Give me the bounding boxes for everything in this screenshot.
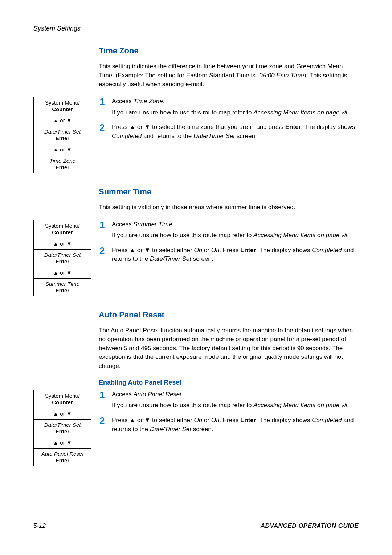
step-number: 2 (99, 123, 107, 141)
step-text: Press ▲ or ▼ to select either (112, 417, 194, 424)
menu-cell: Time ZoneEnter (34, 155, 91, 173)
autopanel-row: System Menu/Counter ▲ or ▼ Date/Timer Se… (33, 390, 359, 470)
screen-name: Date/Timer Set (193, 133, 235, 139)
step-text: . The display shows (256, 247, 312, 254)
step-text: If you are unsure how to use this route … (112, 232, 253, 239)
timezone-intro-example: -05:00 Estn Time (257, 72, 304, 79)
section-title-autopanel: Auto Panel Reset (99, 310, 359, 320)
ref-link: Accessing Menu Items on page vii (253, 232, 347, 239)
step-text: screen. (191, 426, 213, 433)
step-target: Summer Time (134, 221, 172, 228)
step-text: . (172, 221, 174, 228)
menu-arrows: ▲ or ▼ (34, 238, 91, 249)
menu-line: Time Zone (35, 158, 90, 164)
timezone-row: System Menu/Counter ▲ or ▼ Date/Timer Se… (33, 97, 359, 177)
header-divider (33, 35, 359, 35)
step-number: 1 (99, 220, 107, 240)
autopanel-step-2: 2 Press ▲ or ▼ to select either On or Of… (99, 416, 359, 434)
menu-line-bold: Counter (52, 106, 73, 112)
menu-cell: Date/Timer SetEnter (34, 419, 91, 437)
menu-arrows: ▲ or ▼ (34, 115, 91, 126)
menu-cell: Date/Timer SetEnter (34, 126, 91, 144)
step-text: Access (112, 98, 134, 105)
menu-line-bold: Counter (52, 229, 73, 235)
menu-line-bold: Enter (56, 258, 69, 264)
step-text: and returns to the (142, 133, 193, 139)
menu-cell: System Menu/Counter (34, 97, 91, 115)
menu-cell: Summer TimeEnter (34, 278, 91, 296)
guide-name: ADVANCED OPERATION GUIDE (261, 522, 359, 530)
step-text: . (347, 232, 349, 239)
step-text: or (202, 417, 211, 424)
menu-cell: System Menu/Counter (34, 390, 91, 408)
step-body: Access Time Zone. If you are unsure how … (112, 97, 349, 117)
step-number: 1 (99, 97, 107, 117)
display-text: Completed (112, 133, 142, 139)
menu-line-bold: Enter (56, 135, 69, 141)
option-off: Off (211, 417, 220, 424)
autopanel-menu-route: System Menu/Counter ▲ or ▼ Date/Timer Se… (33, 390, 91, 466)
step-number: 1 (99, 390, 107, 410)
display-text: Completed (312, 417, 342, 424)
step-target: Time Zone (134, 98, 163, 105)
step-body: Access Summer Time. If you are unsure ho… (112, 220, 349, 240)
page-footer: 5-12 ADVANCED OPERATION GUIDE (33, 519, 359, 530)
step-text: screen. (191, 255, 213, 262)
autopanel-step-1: 1 Access Auto Panel Reset. If you are un… (99, 390, 359, 410)
step-text: or (202, 247, 211, 254)
step-text: . (347, 402, 349, 409)
menu-cell: System Menu/Counter (34, 220, 91, 238)
display-text: Completed (312, 247, 342, 254)
menu-cell: Auto Panel ResetEnter (34, 448, 91, 466)
section-title-timezone: Time Zone (99, 46, 359, 56)
subsection-title-enabling: Enabling Auto Panel Reset (99, 379, 359, 386)
screen-name: Date/Timer Set (150, 426, 191, 433)
menu-line-bold: Enter (56, 287, 69, 293)
step-target: Auto Panel Reset (134, 391, 181, 398)
summertime-menu-route: System Menu/Counter ▲ or ▼ Date/Timer Se… (33, 220, 91, 296)
step-body: Access Auto Panel Reset. If you are unsu… (112, 390, 349, 410)
step-text: If you are unsure how to use this route … (112, 109, 253, 116)
step-text: Access (112, 221, 134, 228)
autopanel-intro: The Auto Panel Reset function automatica… (99, 326, 359, 371)
menu-line: System Menu/ (35, 393, 90, 399)
timezone-intro: This setting indicates the difference in… (99, 62, 359, 89)
enter-key: Enter (240, 417, 256, 424)
menu-line: Date/Timer Set (35, 129, 90, 135)
summertime-step-1: 1 Access Summer Time. If you are unsure … (99, 220, 359, 240)
step-text: . The display shows (256, 417, 312, 424)
menu-line-bold: Counter (52, 399, 73, 405)
enter-key: Enter (285, 123, 301, 130)
step-text: Access (112, 391, 134, 398)
menu-line: Auto Panel Reset (35, 451, 90, 457)
enter-key: Enter (240, 247, 256, 254)
summertime-row: System Menu/Counter ▲ or ▼ Date/Timer Se… (33, 220, 359, 300)
menu-line: Summer Time (35, 281, 90, 287)
section-title-summertime: Summer Time (99, 187, 359, 197)
menu-arrows: ▲ or ▼ (34, 267, 91, 278)
step-text: Press ▲ or ▼ to select the time zone tha… (112, 123, 285, 130)
step-text: . Press (219, 247, 240, 254)
step-text: Press ▲ or ▼ to select either (112, 247, 194, 254)
step-text: . (163, 98, 165, 105)
step-number: 2 (99, 246, 107, 264)
menu-line: System Menu/ (35, 223, 90, 229)
step-text: . Press (219, 417, 240, 424)
step-body: Press ▲ or ▼ to select either On or Off.… (112, 416, 359, 434)
menu-line: Date/Timer Set (35, 422, 90, 428)
menu-arrows: ▲ or ▼ (34, 144, 91, 155)
summertime-step-2: 2 Press ▲ or ▼ to select either On or Of… (99, 246, 359, 264)
step-text: . (347, 109, 349, 116)
ref-link: Accessing Menu Items on page vii (253, 109, 347, 116)
menu-line-bold: Enter (56, 457, 69, 463)
step-text: . The display shows (301, 123, 355, 130)
running-header: System Settings (33, 25, 359, 32)
menu-arrows: ▲ or ▼ (34, 437, 91, 448)
screen-name: Date/Timer Set (150, 255, 191, 262)
step-text: screen. (235, 133, 257, 139)
menu-line-bold: Enter (56, 164, 69, 170)
menu-cell: Date/Timer SetEnter (34, 249, 91, 267)
step-body: Press ▲ or ▼ to select either On or Off.… (112, 246, 359, 264)
menu-line: Date/Timer Set (35, 252, 90, 258)
step-text: If you are unsure how to use this route … (112, 402, 253, 409)
